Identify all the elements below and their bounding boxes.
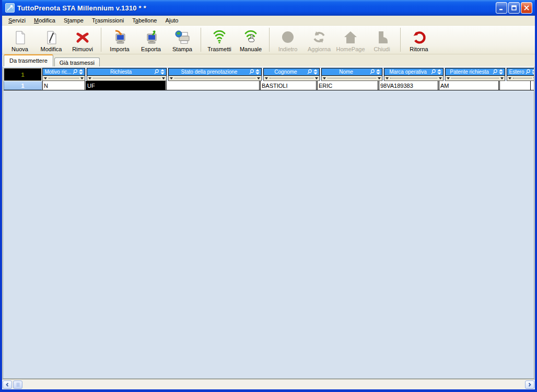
nuova-button[interactable]: Nuova	[4, 26, 36, 54]
scroll-thumb[interactable]	[13, 381, 22, 389]
filter-dropdown-icon[interactable]	[80, 77, 84, 79]
transmit-waves-icon	[212, 29, 227, 46]
toolbar-button-label: Manuale	[240, 46, 262, 52]
column-filter-row[interactable]	[87, 76, 167, 81]
ritorna-button[interactable]: Ritorna	[403, 26, 435, 54]
search-icon[interactable]	[307, 69, 312, 75]
search-icon[interactable]	[249, 69, 254, 75]
cell-nome[interactable]: ERIC	[317, 81, 378, 90]
trasmetti-button[interactable]: Trasmetti	[204, 26, 235, 54]
sort-icon[interactable]	[78, 69, 84, 75]
back-circle-icon	[280, 29, 296, 46]
search-icon[interactable]	[72, 69, 78, 75]
modifica-button[interactable]: Modifica	[36, 26, 67, 54]
filter-dropdown-icon[interactable]	[265, 77, 268, 79]
filter-dropdown-icon[interactable]	[508, 77, 511, 79]
column-header-label: Nome	[323, 69, 369, 75]
filter-dropdown-icon[interactable]	[257, 77, 260, 79]
column-header[interactable]: Stato della prenotazione	[168, 68, 262, 76]
minimize-button[interactable]	[496, 2, 507, 14]
grid-corner-cell[interactable]: 1	[4, 68, 42, 81]
menu-modifica[interactable]: Modifica	[30, 16, 60, 25]
search-icon[interactable]	[492, 69, 498, 75]
importa-button[interactable]: Importa	[104, 26, 135, 54]
cell-patente-richiesta[interactable]: AM	[439, 81, 499, 90]
filter-dropdown-icon[interactable]	[323, 77, 326, 79]
filter-dropdown-icon[interactable]	[315, 77, 318, 79]
toolbar-separator	[400, 28, 401, 52]
column-header[interactable]: Marca operativa	[384, 68, 443, 76]
column-filter-row[interactable]	[263, 76, 320, 81]
toolbar-separator	[201, 28, 201, 52]
filter-dropdown-icon[interactable]	[386, 77, 389, 79]
scroll-right-button[interactable]	[525, 381, 534, 389]
cell-marca-operativa[interactable]: 98VA189383	[379, 81, 438, 90]
indietro-button: Indietro	[272, 26, 303, 54]
column-filter-row[interactable]	[321, 76, 382, 81]
cell-stato-della-prenotazione[interactable]	[166, 81, 260, 90]
close-button[interactable]	[521, 2, 532, 14]
filter-dropdown-icon[interactable]	[500, 77, 504, 79]
column-header[interactable]: Richiesta	[87, 68, 167, 76]
filter-dropdown-icon[interactable]	[88, 77, 91, 79]
sort-icon[interactable]	[531, 69, 534, 75]
sort-icon[interactable]	[376, 69, 381, 75]
cell-motivo-ric[interactable]: N	[42, 81, 85, 90]
column-stato-della-prenotazione: Stato della prenotazione	[168, 68, 262, 81]
filter-dropdown-icon[interactable]	[533, 77, 534, 79]
sort-icon[interactable]	[313, 69, 318, 75]
rimuovi-button[interactable]: Rimuovi	[67, 26, 98, 54]
column-filter-row[interactable]	[42, 76, 85, 81]
sort-icon[interactable]	[498, 69, 504, 75]
menu-servizi[interactable]: Servizi	[4, 16, 30, 25]
column-cognome: Cognome	[263, 68, 320, 81]
toolbar-separator	[269, 28, 270, 52]
column-filter-row[interactable]	[384, 76, 443, 81]
column-header[interactable]: Motivo ric...	[42, 68, 85, 76]
filter-dropdown-icon[interactable]	[170, 77, 173, 79]
cell-estero[interactable]	[499, 81, 531, 90]
toolbar-button-label: Modifica	[41, 46, 62, 52]
app-window: TuttoPrenota STA Millennium v.1310 * * S…	[0, 0, 537, 392]
search-icon[interactable]	[369, 69, 375, 75]
column-header[interactable]: Nome	[321, 68, 382, 76]
toolbar-button-label: Stampa	[172, 46, 192, 52]
row-header[interactable]: 1	[4, 81, 42, 90]
cell-richiesta[interactable]: UF	[86, 81, 166, 90]
column-header[interactable]: Patente richiesta	[445, 68, 505, 76]
filter-dropdown-icon[interactable]	[378, 77, 381, 79]
menu-tabellone[interactable]: Tabellone	[128, 16, 161, 25]
menubar: ServiziModificaStampeTrasmissioniTabello…	[2, 16, 535, 26]
app-icon	[5, 3, 15, 13]
manuale-button[interactable]: Manuale	[235, 26, 266, 54]
scroll-left-button[interactable]	[3, 381, 12, 389]
toolbar-button-label: Ritorna	[410, 46, 428, 52]
sort-icon[interactable]	[160, 69, 165, 75]
column-header[interactable]: Estero	[507, 68, 534, 76]
column-filter-row[interactable]	[507, 76, 534, 81]
sort-icon[interactable]	[255, 69, 260, 75]
sort-icon[interactable]	[437, 69, 442, 75]
stampa-button[interactable]: Stampa	[167, 26, 198, 54]
cell-cognome[interactable]: BASTIOLI	[260, 81, 317, 90]
filter-dropdown-icon[interactable]	[44, 77, 47, 79]
search-icon[interactable]	[154, 69, 159, 75]
maximize-icon	[511, 5, 517, 11]
menu-trasmissioni[interactable]: Trasmissioni	[88, 16, 128, 25]
column-header[interactable]: Cognome	[263, 68, 320, 76]
search-icon[interactable]	[525, 69, 531, 75]
menu-stampe[interactable]: Stampe	[60, 16, 88, 25]
esporta-button[interactable]: Esporta	[135, 26, 167, 54]
filter-dropdown-icon[interactable]	[162, 77, 165, 79]
filter-dropdown-icon[interactable]	[447, 77, 450, 79]
column-header-label: Marca operativa	[386, 69, 430, 75]
column-filter-row[interactable]	[168, 76, 262, 81]
tab-da-trasmettere[interactable]: Da trasmettere	[4, 54, 53, 66]
maximize-button[interactable]	[508, 2, 520, 14]
home-icon	[343, 29, 358, 46]
horizontal-scrollbar[interactable]	[2, 379, 535, 389]
menu-aiuto[interactable]: Aiuto	[161, 16, 182, 25]
column-filter-row[interactable]	[445, 76, 505, 81]
filter-dropdown-icon[interactable]	[439, 77, 442, 79]
search-icon[interactable]	[430, 69, 436, 75]
